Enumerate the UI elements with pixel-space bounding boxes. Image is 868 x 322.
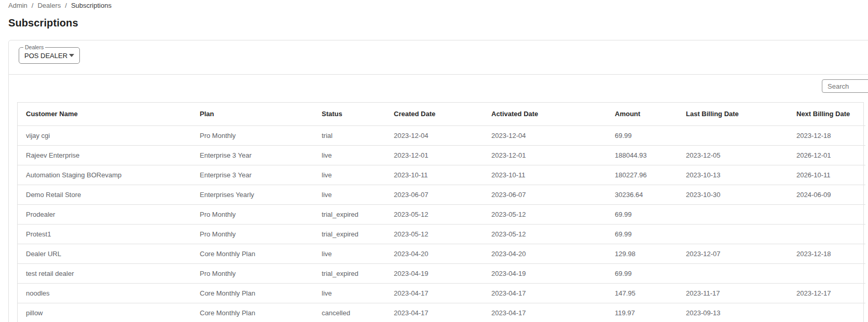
table-cell: live — [313, 145, 385, 165]
table-cell: 2023-06-07 — [483, 185, 607, 204]
table-cell: pillow — [18, 303, 191, 322]
table-cell — [678, 224, 788, 244]
table-cell: 69.99 — [607, 125, 678, 145]
page-title: Subscriptions — [8, 17, 868, 29]
table-row[interactable]: Demo Retail StoreEnterprises Yearlylive2… — [18, 185, 865, 204]
breadcrumb-item-subscriptions: Subscriptions — [71, 2, 112, 9]
table-cell: Rajeev Enterprise — [18, 145, 191, 165]
table-cell: 2023-10-11 — [483, 165, 607, 185]
table-cell — [788, 204, 865, 224]
table-cell: 2023-12-18 — [788, 244, 865, 263]
table-cell: 2023-04-17 — [483, 283, 607, 303]
table-cell: 2023-05-12 — [483, 224, 607, 244]
column-header: Created Date — [385, 103, 483, 125]
table-cell: Enterprises Yearly — [191, 185, 313, 204]
column-header: Plan — [191, 103, 313, 125]
table-row[interactable]: Protest1Pro Monthlytrial_expired2023-05-… — [18, 224, 865, 244]
table-cell: 2023-12-07 — [678, 244, 788, 263]
table-cell: 2023-04-19 — [483, 263, 607, 283]
table-cell: 2023-10-11 — [385, 165, 483, 185]
dropdown-arrow-icon — [69, 54, 74, 57]
table-cell: 69.99 — [607, 224, 678, 244]
table-cell: 2023-04-17 — [385, 303, 483, 322]
table-cell: trial_expired — [313, 204, 385, 224]
table-cell: 2023-12-05 — [678, 145, 788, 165]
table-cell: 2023-04-20 — [385, 244, 483, 263]
table-cell: 2023-04-17 — [385, 283, 483, 303]
table-cell: Automation Staging BORevamp — [18, 165, 191, 185]
table-body: vijay cgiPro Monthlytrial2023-12-042023-… — [18, 125, 865, 322]
table-cell: 2023-12-04 — [385, 125, 483, 145]
table-cell: Pro Monthly — [191, 204, 313, 224]
table-cell: 188044.93 — [607, 145, 678, 165]
table-cell: Pro Monthly — [191, 263, 313, 283]
table-cell: Core Monthly Plan — [191, 283, 313, 303]
table-cell: 2023-09-13 — [678, 303, 788, 322]
table-cell: Dealer URL — [18, 244, 191, 263]
dealers-select-value: POS DEALER — [24, 52, 67, 60]
table-cell: Enterprise 3 Year — [191, 165, 313, 185]
table-cell: Core Monthly Plan — [191, 244, 313, 263]
breadcrumb-item-dealers[interactable]: Dealers — [37, 2, 61, 9]
table-row[interactable]: pillowCore Monthly Plancancelled2023-04-… — [18, 303, 865, 322]
table-row[interactable]: Rajeev EnterpriseEnterprise 3 Yearlive20… — [18, 145, 865, 165]
table-cell: live — [313, 244, 385, 263]
subscriptions-card: Dealers POS DEALER Customer NamePlanStat… — [8, 40, 868, 322]
table-cell: Demo Retail Store — [18, 185, 191, 204]
table-cell: 2023-06-07 — [385, 185, 483, 204]
table-cell: trial_expired — [313, 263, 385, 283]
table-cell: cancelled — [313, 303, 385, 322]
table-cell: 129.98 — [607, 244, 678, 263]
breadcrumb-item-admin[interactable]: Admin — [8, 2, 27, 9]
table-cell: 2023-05-12 — [483, 204, 607, 224]
column-header: Customer Name — [18, 103, 191, 125]
column-header: Amount — [607, 103, 678, 125]
table-row[interactable]: test retail dealerPro Monthlytrial_expir… — [18, 263, 865, 283]
search-input[interactable] — [822, 79, 868, 93]
table-cell: 69.99 — [607, 204, 678, 224]
dealers-select[interactable]: Dealers POS DEALER — [19, 47, 80, 64]
table-row[interactable]: noodlesCore Monthly Planlive2023-04-1720… — [18, 283, 865, 303]
table-head: Customer NamePlanStatusCreated DateActiv… — [18, 103, 865, 125]
table-cell — [788, 263, 865, 283]
table-row[interactable]: ProdealerPro Monthlytrial_expired2023-05… — [18, 204, 865, 224]
table-wrapper: Customer NamePlanStatusCreated DateActiv… — [17, 102, 864, 322]
column-header: Activated Date — [483, 103, 607, 125]
table-cell: vijay cgi — [18, 125, 191, 145]
table-cell: 2023-12-01 — [385, 145, 483, 165]
table-cell: live — [313, 165, 385, 185]
table-row[interactable]: vijay cgiPro Monthlytrial2023-12-042023-… — [18, 125, 865, 145]
table-cell: 147.95 — [607, 283, 678, 303]
table-cell: 2023-11-17 — [678, 283, 788, 303]
table-cell: Core Monthly Plan — [191, 303, 313, 322]
table-cell: 2023-12-01 — [483, 145, 607, 165]
table-cell: 2023-04-20 — [483, 244, 607, 263]
table-cell: 2023-05-12 — [385, 204, 483, 224]
dealers-select-label: Dealers — [23, 44, 45, 50]
table-cell — [678, 204, 788, 224]
table-cell: Protest1 — [18, 224, 191, 244]
table-cell: 2024-06-09 — [788, 185, 865, 204]
table-cell: trial_expired — [313, 224, 385, 244]
table-row[interactable]: Automation Staging BORevampEnterprise 3 … — [18, 165, 865, 185]
table-row[interactable]: Dealer URLCore Monthly Planlive2023-04-2… — [18, 244, 865, 263]
table-cell: live — [313, 185, 385, 204]
table-cell: 180227.96 — [607, 165, 678, 185]
table-cell: 69.99 — [607, 263, 678, 283]
table-cell: Enterprise 3 Year — [191, 145, 313, 165]
filter-section: Dealers POS DEALER — [9, 40, 868, 74]
table-cell: 2023-12-04 — [483, 125, 607, 145]
column-header: Status — [313, 103, 385, 125]
table-toolbar — [9, 75, 868, 102]
subscriptions-table: Customer NamePlanStatusCreated DateActiv… — [18, 103, 865, 322]
table-cell: 2023-05-12 — [385, 224, 483, 244]
table-cell: live — [313, 283, 385, 303]
table-cell: test retail dealer — [18, 263, 191, 283]
table-cell: trial — [313, 125, 385, 145]
column-header: Last Billing Date — [678, 103, 788, 125]
table-cell: 30236.64 — [607, 185, 678, 204]
table-cell — [788, 224, 865, 244]
table-cell: 119.97 — [607, 303, 678, 322]
table-cell: noodles — [18, 283, 191, 303]
table-cell — [678, 263, 788, 283]
